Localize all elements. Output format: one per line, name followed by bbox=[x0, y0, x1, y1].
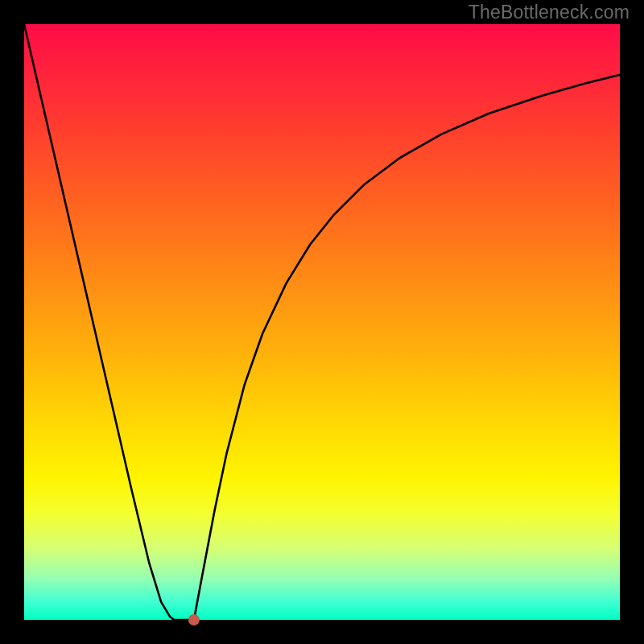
chart-frame: TheBottleneck.com bbox=[0, 0, 644, 644]
bottleneck-curve bbox=[24, 24, 620, 620]
watermark-text: TheBottleneck.com bbox=[469, 2, 630, 23]
min-marker bbox=[188, 614, 200, 625]
plot-svg bbox=[24, 24, 620, 620]
plot-area bbox=[24, 24, 620, 620]
